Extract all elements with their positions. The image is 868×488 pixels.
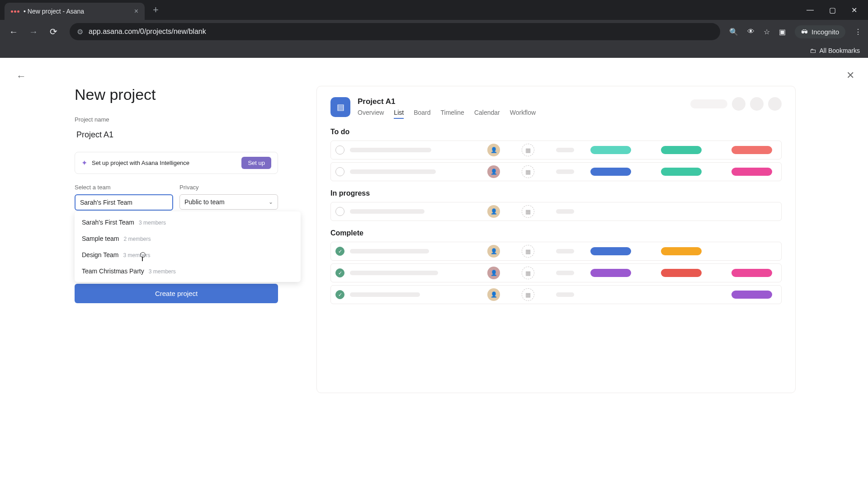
browser-tab[interactable]: • New project - Asana ×: [5, 3, 145, 20]
all-bookmarks-link[interactable]: All Bookmarks: [820, 47, 860, 54]
task-row[interactable]: ✓ 👤 ▦: [330, 141, 782, 160]
page-close-icon[interactable]: ✕: [846, 70, 854, 81]
tab-close-icon[interactable]: ×: [134, 7, 138, 15]
kebab-menu-icon[interactable]: ⋮: [854, 28, 862, 36]
calendar-icon[interactable]: ▦: [522, 245, 534, 258]
assignee-avatar[interactable]: 👤: [487, 288, 500, 301]
team-option[interactable]: Design Team3 members: [75, 247, 301, 263]
tag-pill: [590, 247, 631, 255]
team-option-name: Sarah's First Team: [82, 219, 134, 226]
chevron-down-icon: ⌄: [269, 199, 273, 205]
team-label: Select a team: [75, 184, 173, 191]
check-circle-icon[interactable]: ✓: [335, 290, 344, 299]
maximize-icon[interactable]: ▢: [829, 6, 836, 14]
search-icon[interactable]: 🔍: [729, 28, 738, 36]
privacy-value: Public to team: [184, 198, 225, 206]
team-option-members: 3 members: [139, 220, 166, 226]
assignee-avatar[interactable]: 👤: [487, 267, 500, 279]
calendar-icon[interactable]: ▦: [522, 267, 534, 279]
calendar-icon[interactable]: ▦: [522, 288, 534, 301]
assignee-avatar[interactable]: 👤: [487, 165, 500, 178]
tag-pill: [731, 146, 772, 154]
project-preview: ▤ Project A1 OverviewListBoardTimelineCa…: [316, 86, 796, 393]
create-project-button[interactable]: Create project: [75, 284, 278, 303]
preview-tabs: OverviewListBoardTimelineCalendarWorkflo…: [358, 109, 536, 119]
task-row[interactable]: ✓ 👤 ▦: [330, 242, 782, 261]
tag-pill: [661, 269, 702, 277]
task-row[interactable]: ✓ 👤 ▦: [330, 285, 782, 304]
team-select-input[interactable]: [75, 194, 173, 211]
tag-pill: [661, 247, 702, 255]
url-input[interactable]: ⚙ app.asana.com/0/projects/new/blank: [70, 23, 720, 40]
privacy-select[interactable]: Public to team ⌄: [179, 194, 278, 210]
team-option-members: 3 members: [149, 268, 176, 275]
minimize-icon[interactable]: —: [807, 6, 814, 14]
date-placeholder: [556, 292, 574, 297]
preview-tab-calendar[interactable]: Calendar: [474, 109, 500, 119]
window-controls: — ▢ ✕: [807, 0, 868, 20]
star-icon[interactable]: ☆: [764, 28, 770, 36]
section-title: Complete: [330, 229, 782, 237]
page-back-icon[interactable]: ←: [16, 70, 26, 82]
preview-tab-list[interactable]: List: [394, 109, 404, 119]
assignee-avatar[interactable]: 👤: [487, 144, 500, 156]
page-title: New project: [75, 86, 278, 103]
back-button[interactable]: ←: [6, 27, 21, 37]
bookmarks-bar: 🗀 All Bookmarks: [0, 43, 868, 58]
preview-tab-overview[interactable]: Overview: [358, 109, 384, 119]
reload-button[interactable]: ⟳: [46, 26, 61, 37]
list-icon: ▤: [337, 102, 344, 112]
tag-pill: [731, 168, 772, 176]
check-circle-icon[interactable]: ✓: [335, 145, 344, 155]
address-bar: ← → ⟳ ⚙ app.asana.com/0/projects/new/bla…: [0, 20, 868, 43]
forward-button: →: [26, 27, 41, 37]
task-row[interactable]: ✓ 👤 ▦: [330, 162, 782, 181]
date-placeholder: [556, 271, 574, 275]
check-circle-icon[interactable]: ✓: [335, 247, 344, 256]
team-option-name: Team Christmas Party: [82, 267, 144, 275]
team-option-name: Sample team: [82, 235, 119, 242]
panel-icon[interactable]: ▣: [779, 28, 786, 36]
check-circle-icon[interactable]: ✓: [335, 268, 344, 277]
ghost-avatar: [768, 97, 782, 111]
team-option[interactable]: Sample team2 members: [75, 230, 301, 247]
preview-tab-workflow[interactable]: Workflow: [510, 109, 536, 119]
tag-pill: [661, 168, 702, 176]
tag-pill: [731, 269, 772, 277]
intelligence-text: Set up project with Asana Intelligence: [92, 160, 237, 166]
team-option[interactable]: Sarah's First Team3 members: [75, 214, 301, 230]
folder-icon: 🗀: [810, 47, 816, 54]
assignee-avatar[interactable]: 👤: [487, 245, 500, 258]
project-icon: ▤: [330, 97, 350, 117]
calendar-icon[interactable]: ▦: [522, 165, 534, 178]
assignee-avatar[interactable]: 👤: [487, 205, 500, 218]
new-tab-button[interactable]: +: [153, 4, 159, 16]
close-window-icon[interactable]: ✕: [851, 6, 857, 14]
task-row[interactable]: ✓ 👤 ▦: [330, 263, 782, 282]
section-title: To do: [330, 128, 782, 136]
task-name-placeholder: [350, 209, 425, 214]
team-option[interactable]: Team Christmas Party3 members: [75, 263, 301, 279]
tag-pill: [731, 291, 772, 299]
setup-intelligence-button[interactable]: Set up: [241, 157, 271, 169]
tab-title: • New project - Asana: [24, 8, 130, 15]
browser-chrome: • New project - Asana × + — ▢ ✕ ← → ⟳ ⚙ …: [0, 0, 868, 58]
task-name-placeholder: [350, 169, 436, 174]
incognito-badge[interactable]: 🕶 Incognito: [795, 25, 845, 38]
task-name-placeholder: [350, 249, 429, 253]
preview-tab-board[interactable]: Board: [414, 109, 430, 119]
eye-off-icon[interactable]: 👁: [747, 28, 755, 36]
project-name-label: Project name: [75, 116, 278, 123]
intelligence-box: ✦ Set up project with Asana Intelligence…: [75, 152, 278, 174]
check-circle-icon[interactable]: ✓: [335, 207, 344, 216]
ghost-avatar: [732, 97, 745, 111]
check-circle-icon[interactable]: ✓: [335, 167, 344, 176]
calendar-icon[interactable]: ▦: [522, 144, 534, 156]
preview-project-name: Project A1: [358, 97, 536, 106]
preview-tab-timeline[interactable]: Timeline: [441, 109, 464, 119]
site-settings-icon[interactable]: ⚙: [77, 28, 83, 36]
task-row[interactable]: ✓ 👤 ▦: [330, 202, 782, 221]
task-name-placeholder: [350, 271, 438, 275]
project-name-input[interactable]: [75, 127, 278, 144]
calendar-icon[interactable]: ▦: [522, 205, 534, 218]
